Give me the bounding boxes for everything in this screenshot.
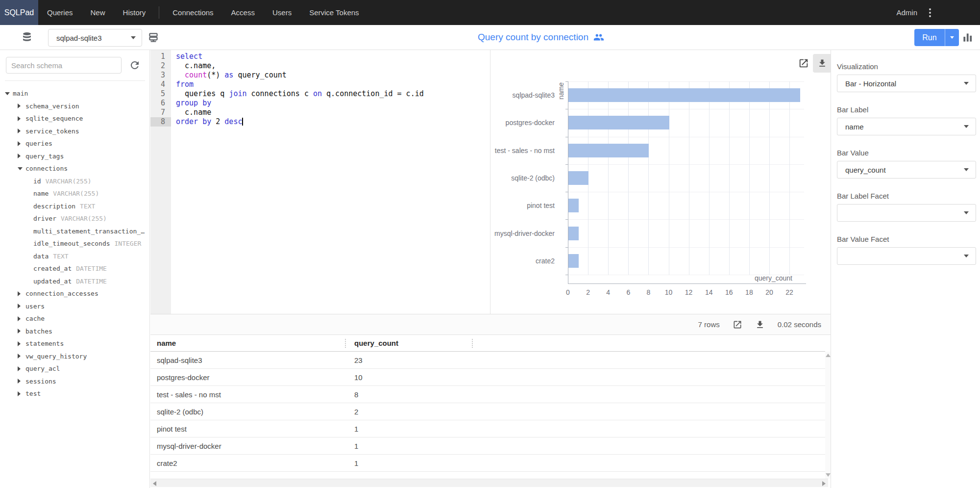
y-axis-tick [565,137,568,137]
schema-column-item[interactable]: multi_statement_transaction_… [0,225,150,238]
nav-item-users[interactable]: Users [264,0,300,25]
scroll-down-icon[interactable] [826,473,831,477]
cell-name: pinot test [150,425,348,433]
viz-field-select[interactable]: name [837,118,976,135]
line-number: 6 [150,99,171,108]
schema-column-item[interactable]: updated_atDATETIME [0,275,150,288]
tree-label: schema_version [25,103,79,110]
tree-label: test [25,390,41,397]
schema-tree-item[interactable]: connection_accesses [0,287,150,300]
results-pane: 7 rows 0.02 seconds namequery_countsqlpa… [150,314,831,488]
schema-tree-item[interactable]: query_tags [0,150,150,163]
category-label: crate2 [457,256,555,266]
schema-tree-item[interactable]: connections [0,162,150,175]
query-title[interactable]: Query count by connection [478,25,604,50]
schema-column-item[interactable]: descriptionTEXT [0,200,150,213]
schema-tree-item[interactable]: queries [0,137,150,150]
gridline-h [568,219,804,220]
chart-panel: 0246810121416182022sqlpad-sqlite3postgre… [490,50,831,314]
code-line: c.name [176,108,490,117]
cell-query-count: 10 [348,373,475,382]
viz-field-bar-label-facet: Bar Label Facet [837,192,976,222]
schema-column-item[interactable]: idle_timeout_secondsINTEGER [0,237,150,250]
nav-admin-group: ConnectionsAccessUsersService Tokens [164,0,368,25]
line-number: 4 [150,80,171,89]
table-row: sqlite-2 (odbc)2 [150,403,825,420]
caret-right-icon [18,379,25,384]
horizontal-scrollbar[interactable] [150,479,828,487]
column-dtype: VARCHAR(255) [46,178,92,185]
gridline-v [628,81,629,275]
cell-query-count: 1 [348,425,475,433]
schema-tree-item[interactable]: batches [0,325,150,338]
connection-select-value: sqlpad-sqlite3 [56,34,131,42]
nav-item-service-tokens[interactable]: Service Tokens [300,0,368,25]
schema-tree-item[interactable]: test [0,387,150,400]
bar-pinot-test [568,199,579,212]
x-tick-label: 6 [618,288,638,296]
schema-tree-item[interactable]: query_acl [0,362,150,375]
schema-column-item[interactable]: nameVARCHAR(255) [0,187,150,200]
nav-item-access[interactable]: Access [222,0,264,25]
chart-toggle-icon[interactable] [961,31,974,46]
schema-column-item[interactable]: idVARCHAR(255) [0,175,150,188]
refresh-schema-icon[interactable] [129,59,141,73]
chevron-down-icon [131,36,136,39]
cell-query-count: 2 [348,408,475,416]
x-tick-label: 0 [558,288,578,296]
sql-editor[interactable]: 12345678 select c.name, count(*) as quer… [150,50,490,314]
nav-item-queries[interactable]: Queries [38,0,82,25]
vertical-scrollbar[interactable] [825,352,831,479]
cell-query-count: 1 [348,442,475,450]
schema-toggle-icon[interactable] [147,31,160,46]
schema-tree-item[interactable]: service_tokens [0,125,150,138]
schema-tree-item[interactable]: main [0,87,150,100]
search-schema-input[interactable] [6,57,122,74]
x-tick-label: 8 [638,288,658,296]
y-axis-tick [565,164,568,165]
download-results-icon[interactable] [755,320,765,330]
editor-code[interactable]: select c.name, count(*) as query_countfr… [171,50,490,314]
viz-field-label: Visualization [837,62,976,71]
schema-tree-item[interactable]: schema_version [0,100,150,113]
schema-column-item[interactable]: created_atDATETIME [0,262,150,275]
schema-tree-item[interactable]: cache [0,312,150,325]
schema-column-item[interactable]: dataTEXT [0,250,150,263]
nav-item-history[interactable]: History [114,0,155,25]
column-resize-handle[interactable] [472,339,474,348]
viz-field-label: Bar Label Facet [837,192,976,200]
schema-tree-item[interactable]: statements [0,337,150,350]
open-results-new-window-icon[interactable] [733,320,742,330]
admin-menu[interactable]: Admin [889,8,924,17]
row-count: 7 rows [698,320,720,329]
viz-field-select[interactable]: query_count [837,161,976,179]
results-table: namequery_countsqlpad-sqlite323postgres-… [150,335,825,472]
tree-label: created_at [33,265,72,272]
viz-field-select[interactable]: Bar - Horizontal [837,75,976,92]
kebab-menu-icon[interactable] [924,5,936,20]
scroll-left-icon[interactable] [153,481,156,486]
schema-tree-item[interactable]: sessions [0,375,150,388]
y-axis-tick [565,81,568,82]
schema-tree-item[interactable]: sqlite_sequence [0,112,150,125]
caret-right-icon [18,141,25,146]
run-dropdown-button[interactable] [945,29,959,46]
scroll-right-icon[interactable] [822,481,826,486]
nav-item-new[interactable]: New [82,0,114,25]
connection-select[interactable]: sqlpad-sqlite3 [48,29,142,47]
bar-postgres-docker [568,116,669,129]
scroll-up-icon[interactable] [826,354,831,357]
viz-field-value: name [845,123,964,131]
gridline-v [608,81,609,275]
viz-field-select[interactable] [837,204,976,222]
column-resize-handle[interactable] [345,339,347,348]
run-button[interactable]: Run [914,29,945,46]
app-logo[interactable]: SQLPad [0,0,38,25]
schema-tree-item[interactable]: users [0,300,150,313]
schema-column-item[interactable]: driverVARCHAR(255) [0,212,150,225]
nav-item-connections[interactable]: Connections [164,0,222,25]
sqlpad-app: SQLPad QueriesNewHistory ConnectionsAcce… [0,0,980,488]
viz-field-label: Bar Value [837,149,976,157]
schema-tree-item[interactable]: vw_query_history [0,350,150,363]
viz-field-select[interactable] [837,247,976,265]
